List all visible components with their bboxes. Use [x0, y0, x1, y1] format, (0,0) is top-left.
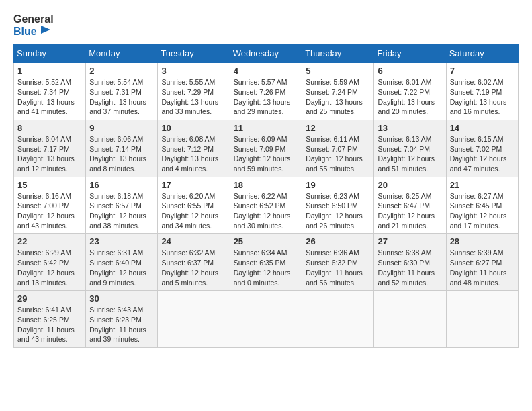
day-number: 29 [17, 293, 82, 304]
calendar-day-cell [302, 291, 374, 348]
weekday-header: Saturday [446, 44, 518, 63]
day-info: Sunrise: 6:39 AMSunset: 6:27 PMDaylight:… [450, 248, 507, 286]
day-number: 15 [17, 180, 82, 190]
day-info: Sunrise: 6:11 AMSunset: 7:07 PMDaylight:… [306, 135, 363, 173]
day-info: Sunrise: 5:54 AMSunset: 7:31 PMDaylight:… [89, 78, 146, 116]
calendar-day-cell [158, 291, 230, 348]
day-number: 30 [89, 293, 154, 304]
day-number: 3 [161, 66, 226, 76]
calendar-day-cell: 30 Sunrise: 6:43 AMSunset: 6:23 PMDaylig… [86, 291, 158, 348]
calendar-header-row: SundayMondayTuesdayWednesdayThursdayFrid… [14, 44, 519, 63]
calendar-day-cell: 26 Sunrise: 6:36 AMSunset: 6:32 PMDaylig… [302, 234, 374, 291]
weekday-header: Wednesday [230, 44, 302, 63]
calendar-day-cell: 8 Sunrise: 6:04 AMSunset: 7:17 PMDayligh… [14, 120, 86, 177]
calendar-day-cell: 25 Sunrise: 6:34 AMSunset: 6:35 PMDaylig… [230, 234, 302, 291]
day-number: 27 [378, 236, 442, 246]
day-number: 5 [306, 66, 370, 76]
day-number: 1 [17, 66, 82, 76]
day-number: 2 [89, 66, 154, 76]
weekday-header: Sunday [14, 44, 86, 63]
day-info: Sunrise: 6:34 AMSunset: 6:35 PMDaylight:… [234, 248, 291, 286]
calendar-day-cell: 23 Sunrise: 6:31 AMSunset: 6:40 PMDaylig… [86, 234, 158, 291]
logo-triangle-icon [38, 26, 50, 36]
calendar-day-cell: 29 Sunrise: 6:41 AMSunset: 6:25 PMDaylig… [14, 291, 86, 348]
calendar-week-row: 22 Sunrise: 6:29 AMSunset: 6:42 PMDaylig… [14, 234, 519, 291]
calendar-day-cell: 15 Sunrise: 6:16 AMSunset: 7:00 PMDaylig… [14, 177, 86, 234]
calendar-week-row: 1 Sunrise: 5:52 AMSunset: 7:34 PMDayligh… [14, 63, 519, 120]
day-number: 26 [306, 236, 370, 246]
day-number: 12 [306, 123, 370, 133]
day-info: Sunrise: 6:09 AMSunset: 7:09 PMDaylight:… [234, 135, 291, 173]
day-info: Sunrise: 5:52 AMSunset: 7:34 PMDaylight:… [17, 78, 75, 116]
day-info: Sunrise: 6:43 AMSunset: 6:23 PMDaylight:… [89, 306, 146, 343]
day-info: Sunrise: 6:01 AMSunset: 7:22 PMDaylight:… [378, 78, 435, 116]
calendar-day-cell: 4 Sunrise: 5:57 AMSunset: 7:26 PMDayligh… [230, 63, 302, 120]
logo-svg: General Blue [13, 13, 54, 37]
calendar-day-cell: 1 Sunrise: 5:52 AMSunset: 7:34 PMDayligh… [14, 63, 86, 120]
day-number: 6 [378, 66, 442, 76]
calendar-day-cell: 14 Sunrise: 6:15 AMSunset: 7:02 PMDaylig… [446, 120, 518, 177]
calendar-day-cell: 18 Sunrise: 6:22 AMSunset: 6:52 PMDaylig… [230, 177, 302, 234]
day-info: Sunrise: 6:29 AMSunset: 6:42 PMDaylight:… [17, 248, 75, 286]
weekday-header: Thursday [302, 44, 374, 63]
day-info: Sunrise: 6:18 AMSunset: 6:57 PMDaylight:… [89, 192, 146, 230]
day-info: Sunrise: 6:36 AMSunset: 6:32 PMDaylight:… [306, 248, 363, 286]
day-number: 18 [234, 180, 299, 190]
day-number: 21 [450, 180, 515, 190]
weekday-header: Friday [374, 44, 446, 63]
calendar-day-cell: 3 Sunrise: 5:55 AMSunset: 7:29 PMDayligh… [158, 63, 230, 120]
day-info: Sunrise: 6:15 AMSunset: 7:02 PMDaylight:… [450, 135, 507, 173]
weekday-header: Monday [86, 44, 158, 63]
day-number: 17 [161, 180, 226, 190]
day-info: Sunrise: 6:06 AMSunset: 7:14 PMDaylight:… [89, 135, 146, 173]
calendar-day-cell: 22 Sunrise: 6:29 AMSunset: 6:42 PMDaylig… [14, 234, 86, 291]
day-info: Sunrise: 5:59 AMSunset: 7:24 PMDaylight:… [306, 78, 363, 116]
day-number: 23 [89, 236, 154, 246]
day-info: Sunrise: 6:41 AMSunset: 6:25 PMDaylight:… [17, 306, 75, 343]
day-info: Sunrise: 6:27 AMSunset: 6:45 PMDaylight:… [450, 192, 507, 230]
calendar-day-cell [446, 291, 518, 348]
day-number: 13 [378, 123, 442, 133]
calendar-day-cell: 9 Sunrise: 6:06 AMSunset: 7:14 PMDayligh… [86, 120, 158, 177]
day-number: 11 [234, 123, 299, 133]
calendar-day-cell: 5 Sunrise: 5:59 AMSunset: 7:24 PMDayligh… [302, 63, 374, 120]
day-info: Sunrise: 6:02 AMSunset: 7:19 PMDaylight:… [450, 78, 507, 116]
calendar-week-row: 15 Sunrise: 6:16 AMSunset: 7:00 PMDaylig… [14, 177, 519, 234]
day-info: Sunrise: 6:38 AMSunset: 6:30 PMDaylight:… [378, 248, 435, 286]
logo-blue: Blue [13, 26, 54, 38]
svg-marker-0 [41, 26, 50, 34]
day-info: Sunrise: 5:55 AMSunset: 7:29 PMDaylight:… [161, 78, 218, 116]
day-number: 22 [17, 236, 82, 246]
page-header: General Blue [13, 13, 519, 37]
calendar-day-cell: 28 Sunrise: 6:39 AMSunset: 6:27 PMDaylig… [446, 234, 518, 291]
calendar-day-cell: 10 Sunrise: 6:08 AMSunset: 7:12 PMDaylig… [158, 120, 230, 177]
day-info: Sunrise: 6:23 AMSunset: 6:50 PMDaylight:… [306, 192, 363, 230]
calendar-day-cell: 21 Sunrise: 6:27 AMSunset: 6:45 PMDaylig… [446, 177, 518, 234]
calendar-day-cell: 20 Sunrise: 6:25 AMSunset: 6:47 PMDaylig… [374, 177, 446, 234]
day-info: Sunrise: 6:08 AMSunset: 7:12 PMDaylight:… [161, 135, 218, 173]
logo-general: General [13, 13, 54, 26]
day-info: Sunrise: 6:13 AMSunset: 7:04 PMDaylight:… [378, 135, 435, 173]
calendar-day-cell: 2 Sunrise: 5:54 AMSunset: 7:31 PMDayligh… [86, 63, 158, 120]
day-number: 19 [306, 180, 370, 190]
day-number: 8 [17, 123, 82, 133]
day-info: Sunrise: 6:31 AMSunset: 6:40 PMDaylight:… [89, 248, 146, 286]
day-number: 25 [234, 236, 299, 246]
calendar-day-cell: 16 Sunrise: 6:18 AMSunset: 6:57 PMDaylig… [86, 177, 158, 234]
calendar-day-cell: 19 Sunrise: 6:23 AMSunset: 6:50 PMDaylig… [302, 177, 374, 234]
day-number: 16 [89, 180, 154, 190]
day-number: 10 [161, 123, 226, 133]
day-info: Sunrise: 6:25 AMSunset: 6:47 PMDaylight:… [378, 192, 435, 230]
calendar-table: SundayMondayTuesdayWednesdayThursdayFrid… [13, 44, 519, 348]
day-number: 24 [161, 236, 226, 246]
weekday-header: Tuesday [158, 44, 230, 63]
day-number: 9 [89, 123, 154, 133]
calendar-day-cell [230, 291, 302, 348]
calendar-day-cell: 12 Sunrise: 6:11 AMSunset: 7:07 PMDaylig… [302, 120, 374, 177]
calendar-day-cell: 6 Sunrise: 6:01 AMSunset: 7:22 PMDayligh… [374, 63, 446, 120]
day-info: Sunrise: 6:20 AMSunset: 6:55 PMDaylight:… [161, 192, 218, 230]
logo: General Blue [13, 13, 54, 37]
day-info: Sunrise: 5:57 AMSunset: 7:26 PMDaylight:… [234, 78, 291, 116]
calendar-day-cell [374, 291, 446, 348]
calendar-day-cell: 13 Sunrise: 6:13 AMSunset: 7:04 PMDaylig… [374, 120, 446, 177]
